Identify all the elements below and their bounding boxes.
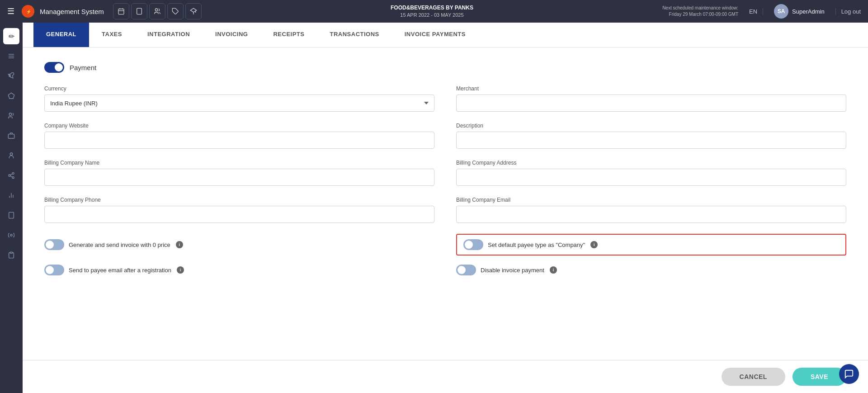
description-group: Description xyxy=(456,123,846,149)
sidebar-item-tools[interactable] xyxy=(3,227,19,243)
generate-invoice-info-icon[interactable]: i xyxy=(176,241,183,248)
svg-point-8 xyxy=(155,9,157,11)
svg-rect-27 xyxy=(9,212,14,218)
form-row-2: Company Website Description xyxy=(44,123,846,149)
svg-point-28 xyxy=(10,234,12,236)
topnav: ☰ ⚡ Management System FOOD&BEVERAGES BY … xyxy=(0,0,868,23)
tab-transactions[interactable]: TRANSACTIONS xyxy=(317,23,392,47)
currency-select[interactable]: India Rupee (INR) xyxy=(44,95,434,112)
set-default-payee-label: Set default payee type as "Company" xyxy=(488,241,585,248)
svg-point-21 xyxy=(12,177,14,179)
billing-address-label: Billing Company Address xyxy=(456,160,846,166)
billing-name-input[interactable] xyxy=(44,169,434,186)
billing-name-group: Billing Company Name xyxy=(44,160,434,186)
billing-email-group: Billing Company Email xyxy=(456,197,846,223)
company-website-input[interactable] xyxy=(44,132,434,149)
tab-receipts[interactable]: RECEIPTS xyxy=(260,23,317,47)
set-default-payee-info-icon[interactable]: i xyxy=(590,241,598,248)
sidebar-item-list[interactable] xyxy=(3,48,19,64)
logout-button[interactable]: Log out xyxy=(835,8,861,15)
currency-group: Currency India Rupee (INR) xyxy=(44,85,434,112)
toggle-options-grid: Generate and send invoice with 0 price i… xyxy=(44,234,846,275)
billing-address-group: Billing Company Address xyxy=(456,160,846,186)
chatbot-button[interactable] xyxy=(839,364,859,384)
topnav-icon-group xyxy=(113,3,202,19)
hamburger-menu[interactable]: ☰ xyxy=(7,6,14,16)
sidebar-item-clipboard[interactable] xyxy=(3,247,19,263)
send-to-payee-toggle[interactable] xyxy=(44,265,64,275)
payment-row: Payment xyxy=(44,62,846,73)
merchant-group: Merchant xyxy=(456,85,846,112)
cap-icon-btn[interactable] xyxy=(185,3,202,19)
sidebar-item-edit[interactable]: ✏ xyxy=(3,28,19,44)
calendar-icon-btn[interactable] xyxy=(113,3,129,19)
username: SuperAdmin xyxy=(792,8,825,15)
description-label: Description xyxy=(456,123,846,129)
lang-selector[interactable]: EN xyxy=(749,8,763,15)
form-row-1: Currency India Rupee (INR) Merchant xyxy=(44,85,846,112)
svg-rect-2 xyxy=(118,9,124,14)
payment-label: Payment xyxy=(70,64,96,71)
billing-address-input[interactable] xyxy=(456,169,846,186)
sidebar-item-chart[interactable] xyxy=(3,187,19,204)
sidebar-item-flights[interactable] xyxy=(3,68,19,84)
billing-name-label: Billing Company Name xyxy=(44,160,434,166)
sidebar-item-diamond[interactable] xyxy=(3,88,19,104)
svg-point-16 xyxy=(9,113,11,115)
billing-email-input[interactable] xyxy=(456,206,846,223)
billing-phone-input[interactable] xyxy=(44,206,434,223)
merchant-input[interactable] xyxy=(456,95,846,112)
maintenance-info: Next scheduled maintenance window: Frida… xyxy=(662,5,738,18)
sidebar-item-person[interactable] xyxy=(3,147,19,164)
avatar: SA xyxy=(774,4,788,19)
sidebar-item-briefcase[interactable] xyxy=(3,128,19,144)
svg-line-22 xyxy=(10,176,13,177)
svg-point-20 xyxy=(9,175,10,176)
generate-invoice-toggle[interactable] xyxy=(44,239,64,250)
tablet-icon-btn[interactable] xyxy=(131,3,147,19)
form-content: Payment Currency India Rupee (INR) Merch… xyxy=(23,47,868,392)
send-to-payee-label: Send to payee email after a registration xyxy=(69,267,171,274)
set-default-payee-highlight: Set default payee type as "Company" i xyxy=(456,234,846,256)
bottom-bar: CANCEL SAVE xyxy=(23,360,868,393)
billing-phone-label: Billing Company Phone xyxy=(44,197,434,203)
set-default-payee-toggle[interactable] xyxy=(463,239,483,250)
svg-marker-15 xyxy=(8,93,14,99)
sidebar-item-users[interactable] xyxy=(3,108,19,124)
tab-integration[interactable]: INTEGRATION xyxy=(135,23,203,47)
generate-invoice-row: Generate and send invoice with 0 price i xyxy=(44,234,434,256)
description-input[interactable] xyxy=(456,132,846,149)
svg-line-23 xyxy=(10,174,13,175)
svg-rect-6 xyxy=(137,8,142,14)
svg-text:⚡: ⚡ xyxy=(26,9,32,14)
generate-invoice-label: Generate and send invoice with 0 price xyxy=(69,241,170,248)
people-icon-btn[interactable] xyxy=(149,3,165,19)
sidebar-item-share[interactable] xyxy=(3,167,19,184)
send-to-payee-row: Send to payee email after a registration… xyxy=(44,265,434,275)
user-menu[interactable]: SA SuperAdmin xyxy=(774,4,825,19)
payment-toggle[interactable] xyxy=(44,62,64,73)
disable-invoice-toggle[interactable] xyxy=(456,265,476,275)
company-website-group: Company Website xyxy=(44,123,434,149)
tab-invoicing[interactable]: INVOICING xyxy=(203,23,260,47)
tag-icon-btn[interactable] xyxy=(167,3,184,19)
billing-email-label: Billing Company Email xyxy=(456,197,846,203)
tab-taxes[interactable]: TAXES xyxy=(89,23,135,47)
disable-invoice-info-icon[interactable]: i xyxy=(550,266,557,274)
sidebar-item-tablet[interactable] xyxy=(3,207,19,223)
app-title: Management System xyxy=(40,8,104,15)
svg-rect-29 xyxy=(10,252,12,253)
cancel-button[interactable]: CANCEL xyxy=(722,368,785,386)
brand-info: FOOD&BEVERAGES BY PANKS 15 APR 2022 - 03… xyxy=(391,4,473,19)
company-website-label: Company Website xyxy=(44,123,434,129)
svg-point-19 xyxy=(12,172,14,174)
tab-general[interactable]: GENERAL xyxy=(33,23,89,47)
currency-label: Currency xyxy=(44,85,434,92)
tabs-bar: GENERAL TAXES INTEGRATION INVOICING RECE… xyxy=(23,23,868,47)
billing-phone-group: Billing Company Phone xyxy=(44,197,434,223)
save-button[interactable]: SAVE xyxy=(793,368,846,386)
form-row-3: Billing Company Name Billing Company Add… xyxy=(44,160,846,186)
form-row-4: Billing Company Phone Billing Company Em… xyxy=(44,197,846,223)
tab-invoice-payments[interactable]: INVOICE PAYMENTS xyxy=(392,23,478,47)
send-to-payee-info-icon[interactable]: i xyxy=(177,266,184,274)
